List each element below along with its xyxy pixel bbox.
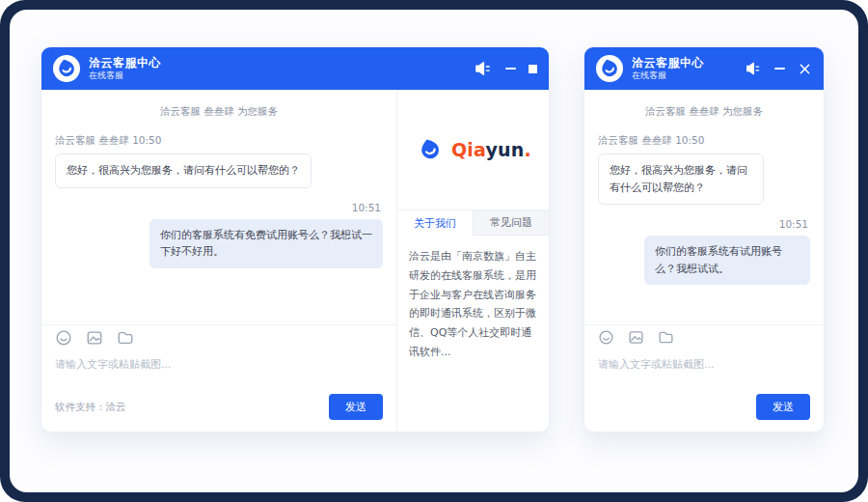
agent-message-bubble: 您好，很高兴为您服务，请问有什么可以帮您的？ bbox=[598, 153, 764, 205]
mobile-header-titles: 洽云客服中心 在线客服 bbox=[632, 56, 704, 81]
desktop-header-titles: 洽云客服中心 在线客服 bbox=[89, 56, 161, 81]
desktop-composer-footer: 软件支持：洽云 发送 bbox=[41, 390, 396, 432]
mobile-chat-window: 洽云客服中心 在线客服 洽云客服 叁叁肆 为您服务 洽云客服 叁叁肆 10:50… bbox=[583, 46, 825, 432]
window-title: 洽云客服中心 bbox=[89, 56, 161, 70]
mobile-message-list: 洽云客服 叁叁肆 为您服务 洽云客服 叁叁肆 10:50 您好，很高兴为您服务，… bbox=[584, 90, 824, 322]
agent-message-label: 洽云客服 叁叁肆 10:50 bbox=[598, 134, 810, 148]
user-message-row: 你们的客服系统有试用账号么？我想试试。 bbox=[598, 236, 810, 285]
close-icon[interactable] bbox=[798, 62, 812, 76]
service-banner: 洽云客服 叁叁肆 为您服务 bbox=[55, 101, 383, 130]
info-side-panel: Qiayun. 关于我们 常见问题 洽云是由「南京数旗」自主研发的在线客服系统，… bbox=[396, 90, 549, 432]
file-upload-icon[interactable] bbox=[117, 329, 134, 347]
desktop-chat-window: 洽云客服中心 在线客服 洽云客服 叁叁肆 为您服务 洽云客服 叁叁肆 10:50… bbox=[41, 46, 550, 432]
desktop-message-list: 洽云客服 叁叁肆 为您服务 洽云客服 叁叁肆 10:50 您好，很高兴为您服务，… bbox=[41, 90, 396, 322]
message-input[interactable] bbox=[41, 349, 396, 390]
mobile-composer-footer: 发送 bbox=[584, 390, 824, 432]
qiayun-drop-logo-icon bbox=[596, 55, 623, 82]
brand-logo-area: Qiayun. bbox=[397, 90, 549, 209]
about-us-text: 洽云是由「南京数旗」自主研发的在线客服系统，是用于企业与客户在线咨询服务的即时通… bbox=[397, 236, 549, 374]
qiayun-wordmark: Qiayun. bbox=[451, 139, 531, 160]
qiayun-drop-logo-icon bbox=[53, 55, 80, 82]
desktop-window-controls bbox=[474, 59, 537, 78]
user-message-bubble: 你们的客服系统有免费试用账号么？我想试一下好不好用。 bbox=[149, 219, 383, 268]
window-subtitle: 在线客服 bbox=[632, 70, 704, 81]
mobile-window-controls bbox=[745, 60, 812, 77]
info-tab-bar: 关于我们 常见问题 bbox=[397, 209, 549, 236]
service-banner: 洽云客服 叁叁肆 为您服务 bbox=[598, 101, 810, 130]
send-button[interactable]: 发送 bbox=[329, 394, 383, 420]
sound-toggle-icon[interactable] bbox=[474, 59, 493, 78]
image-upload-icon[interactable] bbox=[86, 329, 103, 347]
maximize-icon[interactable] bbox=[529, 65, 537, 73]
send-button[interactable]: 发送 bbox=[756, 394, 810, 420]
emoji-icon[interactable] bbox=[55, 329, 72, 347]
mobile-chat-column: 洽云客服 叁叁肆 为您服务 洽云客服 叁叁肆 10:50 您好，很高兴为您服务，… bbox=[584, 90, 824, 432]
minimize-icon[interactable] bbox=[774, 68, 785, 70]
agent-message-row: 您好，很高兴为您服务，请问有什么可以帮您的？ bbox=[55, 153, 383, 188]
tab-about-us[interactable]: 关于我们 bbox=[397, 210, 473, 236]
desktop-window-header: 洽云客服中心 在线客服 bbox=[41, 47, 549, 90]
mobile-window-header: 洽云客服中心 在线客服 bbox=[584, 47, 824, 90]
emoji-icon[interactable] bbox=[598, 329, 614, 346]
support-text: 软件支持：洽云 bbox=[55, 401, 126, 414]
page-canvas: 洽云客服中心 在线客服 洽云客服 叁叁肆 为您服务 洽云客服 叁叁肆 10:50… bbox=[10, 10, 858, 492]
window-subtitle: 在线客服 bbox=[89, 70, 161, 81]
agent-message-label: 洽云客服 叁叁肆 10:50 bbox=[55, 134, 383, 148]
agent-message-row: 您好，很高兴为您服务，请问有什么可以帮您的？ bbox=[598, 153, 810, 205]
desktop-chat-column: 洽云客服 叁叁肆 为您服务 洽云客服 叁叁肆 10:50 您好，很高兴为您服务，… bbox=[41, 90, 396, 432]
file-upload-icon[interactable] bbox=[658, 329, 674, 346]
composer-toolbar bbox=[584, 324, 824, 349]
agent-message-bubble: 您好，很高兴为您服务，请问有什么可以帮您的？ bbox=[55, 153, 312, 188]
tab-faq[interactable]: 常见问题 bbox=[473, 210, 549, 236]
user-message-time: 10:51 bbox=[57, 202, 381, 213]
user-message-row: 你们的客服系统有免费试用账号么？我想试一下好不好用。 bbox=[55, 219, 383, 268]
sound-toggle-icon[interactable] bbox=[745, 60, 762, 77]
qiayun-drop-logo-icon bbox=[415, 134, 446, 165]
user-message-time: 10:51 bbox=[600, 218, 808, 230]
mobile-window-body: 洽云客服 叁叁肆 为您服务 洽云客服 叁叁肆 10:50 您好，很高兴为您服务，… bbox=[584, 90, 824, 432]
user-message-bubble: 你们的客服系统有试用账号么？我想试试。 bbox=[644, 236, 810, 285]
image-upload-icon[interactable] bbox=[628, 329, 644, 346]
composer-toolbar bbox=[41, 324, 396, 349]
minimize-icon[interactable] bbox=[505, 68, 516, 70]
window-title: 洽云客服中心 bbox=[632, 56, 704, 70]
message-input[interactable] bbox=[584, 349, 824, 390]
desktop-window-body: 洽云客服 叁叁肆 为您服务 洽云客服 叁叁肆 10:50 您好，很高兴为您服务，… bbox=[41, 90, 549, 432]
page-frame: 洽云客服中心 在线客服 洽云客服 叁叁肆 为您服务 洽云客服 叁叁肆 10:50… bbox=[0, 0, 868, 502]
